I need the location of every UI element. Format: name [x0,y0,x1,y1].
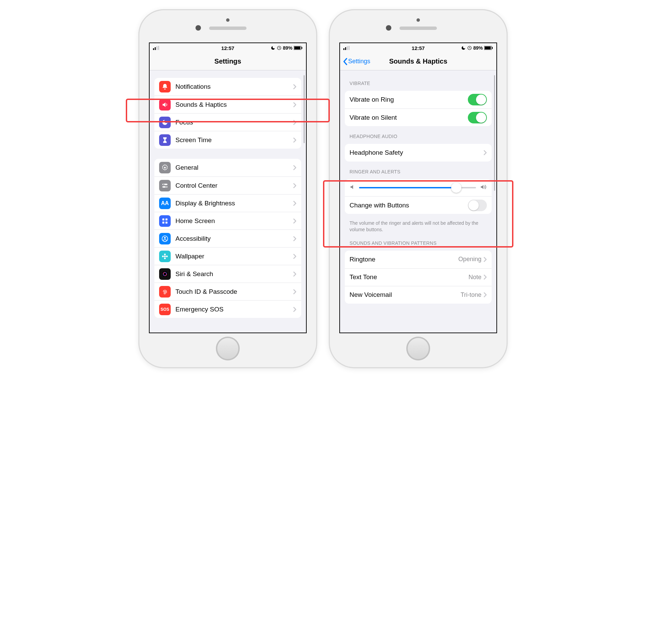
row-notifications[interactable]: Notifications [154,78,301,96]
section-header-patterns: Sounds and Vibration Patterns [350,240,487,246]
row-headphone-safety[interactable]: Headphone Safety [345,144,492,162]
scroll-indicator [304,75,305,143]
row-label: Text Tone [350,273,469,281]
row-general[interactable]: General [154,159,301,176]
back-label: Settings [348,58,370,65]
row-value: Opening [458,256,481,263]
phone-sensor-dot [226,18,230,22]
svg-point-19 [164,255,166,257]
toggle-vibrate-silent[interactable] [468,112,487,123]
home-button[interactable] [406,337,430,360]
fingerprint-icon [159,286,171,298]
svg-point-23 [166,255,168,257]
row-sounds[interactable]: Sounds & Haptics [154,96,301,113]
row-label: Accessibility [175,235,293,242]
group-vibrate: Vibrate on Ring Vibrate on Silent [345,91,492,126]
home-button[interactable] [216,337,240,360]
row-label: Home Screen [175,217,293,225]
chevron-right-icon [293,183,296,188]
phone-sensor-dot [417,18,420,22]
chevron-right-icon [483,292,487,298]
group-ringer: Change with Buttons [345,179,492,214]
row-homescreen[interactable]: Home Screen [154,212,301,230]
row-label: General [175,164,293,171]
row-label: Change with Buttons [350,202,468,209]
page-title: Sounds & Haptics [389,57,447,65]
chevron-right-icon [293,254,296,259]
row-value: Tri-tone [461,291,481,299]
section-header-ringer: Ringer and Alerts [350,169,487,174]
section-header-headphone: Headphone Audio [350,134,487,139]
svg-rect-14 [166,218,168,220]
scroll-indicator [494,75,495,191]
status-bar: 12:57 89% [150,43,306,53]
navbar-sounds: Settings Sounds & Haptics [340,53,496,70]
chevron-right-icon [483,274,487,280]
row-vibrate-ring[interactable]: Vibrate on Ring [345,91,492,108]
group-patterns: Ringtone Opening Text Tone Note New Voic… [345,251,492,304]
row-label: Touch ID & Passcode [175,288,293,295]
volume-low-icon [350,184,356,191]
row-change-with-buttons[interactable]: Change with Buttons [345,196,492,214]
row-controlcenter[interactable]: Control Center [154,176,301,194]
row-focus[interactable]: Focus [154,113,301,131]
row-texttone[interactable]: Text Tone Note [345,268,492,286]
toggle-knob [476,113,486,123]
svg-point-21 [164,257,166,259]
row-label: Vibrate on Ring [350,96,468,103]
row-sos[interactable]: SOS Emergency SOS [154,300,301,318]
chevron-right-icon [483,257,487,262]
chevron-right-icon [293,236,296,241]
chevron-right-icon [293,137,296,143]
chevron-right-icon [293,102,296,107]
settings-content[interactable]: Notifications Sounds & Haptics Focus Scr… [150,70,306,333]
group-headphone: Headphone Safety [345,144,492,162]
chevron-right-icon [483,150,487,155]
row-label: Siri & Search [175,270,293,278]
back-button[interactable]: Settings [343,58,370,65]
phone-left: 12:57 89% Settings Notifications Sounds … [139,10,316,367]
sounds-content[interactable]: Vibrate Vibrate on Ring Vibrate on Silen… [340,70,496,333]
siri-icon [159,268,171,280]
row-ringtone[interactable]: Ringtone Opening [345,251,492,268]
row-accessibility[interactable]: Accessibility [154,230,301,247]
svg-point-12 [166,186,167,187]
toggle-change-with-buttons[interactable] [468,200,487,211]
chevron-right-icon [293,201,296,206]
page-title: Settings [215,57,241,65]
status-time: 12:57 [150,45,306,51]
slider-fill [359,187,456,188]
flower-icon [159,251,171,262]
row-screentime[interactable]: Screen Time [154,131,301,149]
status-time: 12:57 [340,45,496,51]
section-footer-ringer: The volume of the ringer and alerts will… [350,220,487,233]
row-siri[interactable]: Siri & Search [154,265,301,283]
settings-group-2: General Control Center AA Display & Brig… [154,159,301,318]
row-label: Notifications [175,83,293,90]
chevron-right-icon [293,307,296,312]
AA-icon: AA [159,198,171,209]
row-label: Emergency SOS [175,306,293,313]
row-value: Note [469,274,481,281]
row-voicemail[interactable]: New Voicemail Tri-tone [345,286,492,304]
row-display[interactable]: AA Display & Brightness [154,194,301,212]
toggle-vibrate-ring[interactable] [468,94,487,105]
toggle-knob [476,95,486,105]
sos-icon: SOS [159,304,171,315]
row-vibrate-silent[interactable]: Vibrate on Silent [345,108,492,126]
row-touchid[interactable]: Touch ID & Passcode [154,283,301,300]
row-label: Vibrate on Silent [350,114,468,121]
gear-icon [159,162,171,173]
svg-point-8 [164,167,166,169]
slider-thumb[interactable] [451,183,461,193]
chevron-right-icon [293,165,296,170]
row-label: New Voicemail [350,291,461,299]
row-wallpaper[interactable]: Wallpaper [154,247,301,265]
ringer-volume-slider[interactable] [345,179,492,196]
chevron-left-icon [343,58,347,65]
person-icon [159,233,171,244]
row-label: Wallpaper [175,253,293,260]
svg-point-11 [163,184,164,185]
slider-track[interactable] [359,187,476,188]
screen-sounds: 12:57 89% Settings Sounds & Haptics Vibr… [339,43,497,333]
